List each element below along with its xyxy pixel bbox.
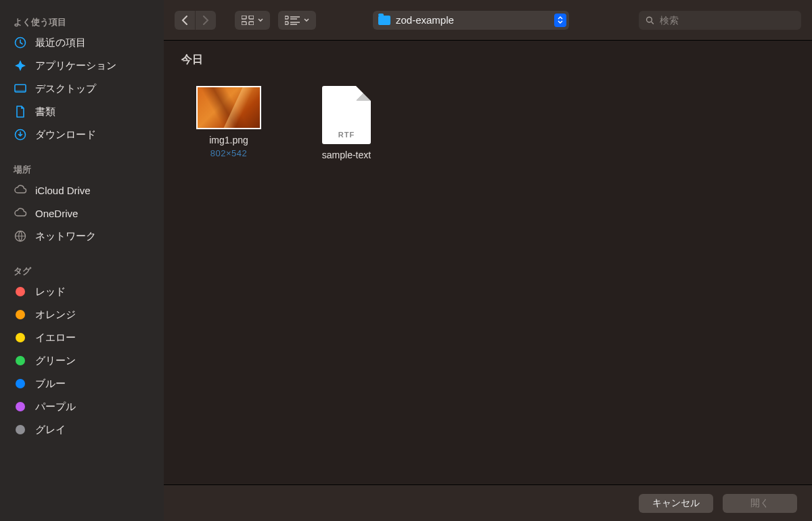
search-field[interactable] <box>639 11 801 30</box>
svg-rect-9 <box>285 16 288 19</box>
file-type-badge: RTF <box>338 131 355 139</box>
group-button[interactable] <box>278 11 316 30</box>
section-title: 今日 <box>181 53 794 67</box>
sidebar-tag-gray[interactable]: グレイ <box>0 418 164 441</box>
updown-icon <box>554 14 566 27</box>
sidebar-item-label: オレンジ <box>35 309 76 321</box>
image-thumbnail <box>196 86 261 129</box>
chevron-right-icon <box>202 16 209 25</box>
svg-rect-8 <box>249 22 254 25</box>
sidebar-tag-blue[interactable]: ブルー <box>0 372 164 395</box>
sidebar-tag-purple[interactable]: パープル <box>0 395 164 418</box>
back-button[interactable] <box>175 11 195 30</box>
file-browser: 今日 img1.png 802×542 RTF sample-text <box>164 41 812 484</box>
sidebar-item-network[interactable]: ネットワーク <box>0 225 164 248</box>
sidebar-item-label: ダウンロード <box>35 129 96 141</box>
search-input[interactable] <box>660 15 794 26</box>
svg-rect-10 <box>285 22 288 24</box>
sidebar-favorites-header: よく使う項目 <box>0 12 164 31</box>
sidebar-tag-green[interactable]: グリーン <box>0 349 164 372</box>
toolbar: zod-example <box>164 0 812 41</box>
sidebar-item-label: イエロー <box>35 332 76 344</box>
sidebar-item-applications[interactable]: アプリケーション <box>0 54 164 77</box>
file-dimensions: 802×542 <box>210 148 247 158</box>
doc-icon <box>14 105 27 118</box>
sidebar-item-recents[interactable]: 最近の項目 <box>0 31 164 54</box>
sidebar-item-label: 最近の項目 <box>35 37 86 49</box>
sidebar: よく使う項目 最近の項目 アプリケーション デスクトップ 書類 ダウンロード 場… <box>0 0 164 521</box>
sidebar-item-documents[interactable]: 書類 <box>0 100 164 123</box>
sidebar-item-label: iCloud Drive <box>35 185 91 196</box>
desktop-icon <box>14 82 27 95</box>
sidebar-tag-red[interactable]: レッド <box>0 280 164 303</box>
sidebar-item-label: レッド <box>35 286 66 298</box>
file-name: img1.png <box>209 135 248 145</box>
cancel-button[interactable]: キャンセル <box>639 494 713 513</box>
tag-dot-icon <box>14 423 27 436</box>
folder-path-select[interactable]: zod-example <box>373 11 569 30</box>
sidebar-item-label: OneDrive <box>35 208 78 219</box>
sidebar-item-downloads[interactable]: ダウンロード <box>0 123 164 146</box>
nav-buttons <box>175 11 216 30</box>
document-thumbnail: RTF <box>322 86 371 144</box>
tag-dot-icon <box>14 377 27 390</box>
sidebar-item-label: パープル <box>35 401 76 413</box>
cloud-icon <box>14 206 27 220</box>
sidebar-item-label: ネットワーク <box>35 230 96 243</box>
tag-dot-icon <box>14 308 27 321</box>
dialog-footer: キャンセル 開く <box>164 484 812 521</box>
svg-rect-7 <box>242 22 246 25</box>
tag-dot-icon <box>14 354 27 367</box>
current-folder-name: zod-example <box>396 14 454 26</box>
sidebar-tag-orange[interactable]: オレンジ <box>0 303 164 326</box>
chevron-down-icon <box>304 18 309 22</box>
folder-icon <box>378 16 390 25</box>
group-icon <box>285 16 300 25</box>
svg-rect-2 <box>15 90 26 92</box>
sidebar-item-desktop[interactable]: デスクトップ <box>0 77 164 100</box>
sidebar-item-icloud[interactable]: iCloud Drive <box>0 179 164 202</box>
file-item-image[interactable]: img1.png 802×542 <box>188 86 269 160</box>
grid-icon <box>242 16 254 25</box>
svg-rect-6 <box>249 16 254 19</box>
svg-rect-5 <box>242 16 246 19</box>
sidebar-locations-header: 場所 <box>0 160 164 179</box>
cloud-icon <box>14 183 27 197</box>
sidebar-item-onedrive[interactable]: OneDrive <box>0 202 164 225</box>
sidebar-tag-yellow[interactable]: イエロー <box>0 326 164 349</box>
tag-dot-icon <box>14 331 27 344</box>
sidebar-item-label: グリーン <box>35 355 76 367</box>
sidebar-item-label: グレイ <box>35 424 66 436</box>
chevron-left-icon <box>181 16 188 25</box>
download-icon <box>14 128 27 141</box>
main-panel: zod-example 今日 img1.png 802×542 RTF <box>164 0 812 521</box>
sidebar-item-label: アプリケーション <box>35 60 116 72</box>
open-button[interactable]: 開く <box>723 494 797 513</box>
clock-icon <box>14 36 27 49</box>
apps-icon <box>14 59 27 72</box>
view-icons-button[interactable] <box>235 11 270 30</box>
sidebar-tags-header: タグ <box>0 261 164 280</box>
chevron-down-icon <box>258 18 263 22</box>
svg-point-11 <box>647 17 652 22</box>
tag-dot-icon <box>14 285 27 298</box>
globe-icon <box>14 229 27 243</box>
sidebar-item-label: ブルー <box>35 378 66 390</box>
forward-button[interactable] <box>195 11 216 30</box>
sidebar-item-label: 書類 <box>35 106 55 118</box>
search-icon <box>646 16 654 25</box>
sidebar-item-label: デスクトップ <box>35 83 96 95</box>
tag-dot-icon <box>14 400 27 413</box>
file-name: sample-text <box>322 150 371 160</box>
file-item-rtf[interactable]: RTF sample-text <box>306 86 387 160</box>
